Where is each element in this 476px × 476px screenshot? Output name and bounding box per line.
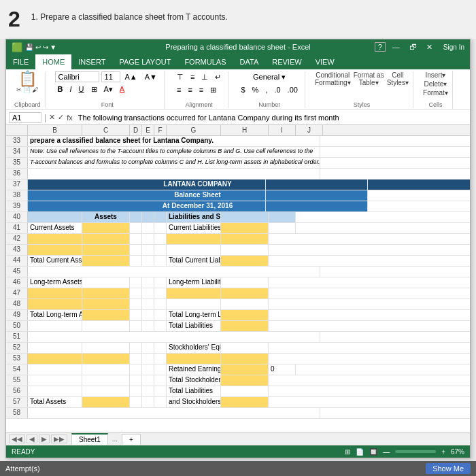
sheet-tab-add[interactable]: + [122,434,141,445]
sheet-scroll-prev-button[interactable]: ◀ [27,435,37,443]
copy-button[interactable]: 📄 [23,86,31,93]
tab-view[interactable]: VIEW [309,54,341,69]
cell-49-h[interactable] [221,310,269,320]
cell-48-b[interactable] [28,299,82,309]
font-name-input[interactable] [55,71,99,82]
view-layout-icon[interactable]: 📄 [356,448,364,456]
zoom-plus-icon[interactable]: + [441,448,445,456]
align-top-button[interactable]: ⊤ [174,71,186,83]
delete-button[interactable]: Delete▾ [423,80,448,88]
cell-55-g[interactable]: Total Stockholders' Equity [167,375,221,386]
cell-44-h[interactable] [221,256,269,266]
zoom-slider[interactable] [395,450,436,453]
cut-button[interactable]: ✂ [16,86,22,93]
increase-decimal-button[interactable]: .0 [271,84,283,95]
cell-49-g[interactable]: Total Long-term Liabilities [167,310,221,320]
percent-button[interactable]: % [250,84,262,95]
tab-data[interactable]: DATA [233,54,266,69]
tab-formulas[interactable]: FORMULAS [177,54,233,69]
cell-42-g[interactable] [167,234,221,244]
restore-button[interactable]: 🗗 [407,43,420,51]
cell-50-h[interactable] [221,321,269,331]
cell-41-g[interactable]: Current Liabilities [167,223,221,233]
insert-function-button[interactable]: fx [67,114,73,122]
cell-35-b[interactable]: T-account balances and formulas to compl… [28,158,320,168]
align-bottom-button[interactable]: ⊥ [199,71,211,83]
currency-button[interactable]: $ [238,84,248,95]
cell-57-c[interactable] [82,397,130,407]
cell-reference-box[interactable] [9,112,41,123]
paste-button[interactable]: 📋 [18,71,37,86]
cell-53-b[interactable] [28,354,82,364]
fill-color-button[interactable]: A▾ [101,84,116,95]
cell-33-b[interactable]: prepare a classified balance sheet for L… [28,136,320,146]
cell-42-b[interactable] [28,234,82,244]
show-me-button[interactable]: Show Me [426,463,471,474]
insert-button[interactable]: Insert▾ [423,71,448,79]
cell-57-b[interactable]: Total Assets [28,397,82,407]
cell-52-g[interactable]: Stockholders' Equity [167,343,221,353]
cell-34-b[interactable]: Note: Use cell references to the T-accou… [28,147,320,157]
tab-page-layout[interactable]: PAGE LAYOUT [112,54,177,69]
cell-47-c[interactable] [82,288,130,299]
cell-48-c[interactable] [82,299,130,309]
cell-46-g[interactable]: Long-term Liabilities [167,277,221,288]
align-middle-button[interactable]: ≡ [188,71,197,83]
comma-button[interactable]: , [262,84,270,95]
tab-review[interactable]: REVIEW [265,54,308,69]
decrease-font-button[interactable]: A▼ [142,71,160,82]
cell-43-b[interactable] [28,245,82,255]
cell-40-c[interactable]: Assets [82,212,130,222]
italic-button[interactable]: I [67,84,74,95]
cancel-formula-button[interactable]: ✕ [49,113,55,122]
cell-54-i[interactable]: 0 [269,364,296,375]
sheet-tab-sheet1[interactable]: Sheet1 [71,433,108,445]
cell-49-b[interactable]: Total Long-term Assets [28,310,82,320]
cell-39-merged[interactable]: At December 31, 2016 [130,201,266,211]
align-right-button[interactable]: ≡ [197,84,206,96]
cell-44-b[interactable]: Total Current Assets [28,256,82,266]
number-format-button[interactable]: General ▾ [238,71,300,83]
cell-50-g[interactable]: Total Liabilities [167,321,221,331]
cell-44-g[interactable]: Total Current Liabilities [167,256,221,266]
cell-56-g[interactable]: Total Liabilities [167,386,221,396]
format-as-table-button[interactable]: Format asTable▾ [354,71,384,86]
underline-button[interactable]: U [76,84,87,95]
font-size-input[interactable] [101,71,120,82]
format-painter-button[interactable]: 🖌 [32,86,38,93]
sign-in-button[interactable]: Sign In [443,44,464,51]
increase-font-button[interactable]: A▲ [122,71,140,82]
view-pagebreak-icon[interactable]: 🔲 [369,448,377,456]
cell-53-g[interactable] [167,354,221,364]
cell-46-b[interactable]: Long-term Assets [28,277,82,288]
border-button[interactable]: ⊞ [88,84,100,95]
view-normal-icon[interactable]: ⊞ [345,448,350,456]
cell-41-c[interactable] [82,223,130,233]
cell-styles-button[interactable]: CellStyles▾ [387,71,409,86]
align-left-button[interactable]: ≡ [174,84,184,96]
cell-49-c[interactable] [82,310,130,320]
cell-40-g[interactable]: Liabilities and Stockholders' Equity [167,212,221,222]
sheet-scroll-right-button[interactable]: ▶▶ [51,435,67,443]
cell-53-h[interactable] [221,354,269,364]
sheet-scroll-left-button[interactable]: ◀◀ [9,435,25,443]
tab-home[interactable]: HOME [35,54,71,69]
align-center-button[interactable]: ≡ [185,84,194,96]
merge-center-button[interactable]: ⊞ [207,84,219,96]
decrease-decimal-button[interactable]: .00 [285,84,301,95]
minimize-button[interactable]: — [390,43,403,51]
cell-41-h[interactable] [221,223,269,233]
zoom-minus-icon[interactable]: — [383,448,390,456]
cell-54-h[interactable] [221,364,269,375]
wrap-text-button[interactable]: ↵ [212,71,224,83]
cell-41-b[interactable]: Current Assets [28,223,82,233]
cell-57-g[interactable]: and Stockholders' Equity [167,397,221,407]
help-button[interactable]: ? [375,42,386,52]
tab-insert[interactable]: INSERT [71,54,112,69]
font-color-button[interactable]: A [117,84,127,95]
cell-47-g[interactable] [167,288,221,299]
cell-53-c[interactable] [82,354,130,364]
sheet-scroll-next-button[interactable]: ▶ [39,435,50,443]
confirm-formula-button[interactable]: ✓ [58,113,64,122]
cell-43-c[interactable] [82,245,130,255]
